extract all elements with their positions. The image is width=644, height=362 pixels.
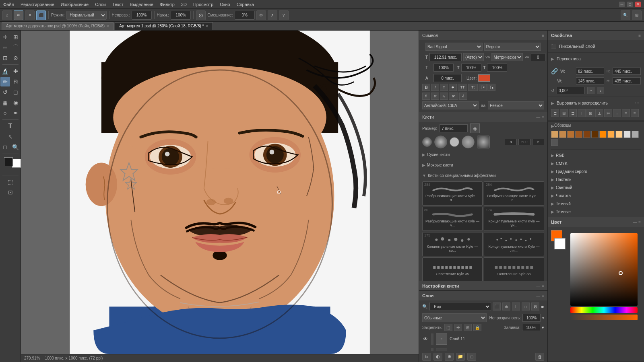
swatch-7[interactable]: [599, 131, 607, 138]
layer-filter-smart-button[interactable]: ⊠: [531, 302, 539, 311]
clone-tool[interactable]: ⎘: [11, 77, 21, 86]
font-size-input[interactable]: [429, 53, 462, 61]
symbol-panel-collapse[interactable]: —: [536, 33, 540, 38]
brush-tool[interactable]: ✏: [0, 77, 10, 86]
align-chevron[interactable]: ▶: [551, 101, 554, 105]
metrics-select[interactable]: Метрически: [491, 53, 523, 61]
blend-mode-select[interactable]: Обычные: [422, 313, 487, 322]
brush-settings-button[interactable]: ⚙: [256, 10, 266, 20]
brushes-panel-collapse[interactable]: —: [536, 115, 540, 119]
align-center-h-button[interactable]: ⊟: [560, 109, 568, 117]
background-color[interactable]: [12, 159, 21, 168]
text-color-swatch[interactable]: [478, 74, 490, 82]
color-panel-menu[interactable]: ≡: [638, 220, 641, 224]
properties-collapse[interactable]: —: [633, 33, 637, 38]
caps-button[interactable]: TT: [458, 84, 467, 91]
color-group-cmyk[interactable]: ▶ CMYK: [551, 159, 641, 167]
anti-alias-select[interactable]: Резкое: [488, 101, 544, 109]
swash-button[interactable]: ∂: [459, 93, 467, 100]
swatch-3[interactable]: [567, 131, 574, 138]
tab-2-close[interactable]: ✕: [205, 24, 208, 28]
width2-input[interactable]: [576, 77, 604, 84]
height2-input[interactable]: [613, 77, 641, 84]
menu-image[interactable]: Изображение: [61, 2, 89, 7]
close-button[interactable]: ✕: [635, 2, 641, 7]
align-more-button[interactable]: ⋯: [634, 99, 641, 107]
move-tool[interactable]: ✛: [0, 32, 10, 42]
swatch-6[interactable]: [591, 131, 599, 138]
lock-pixels-button[interactable]: ⬚: [444, 324, 452, 331]
opacity-input[interactable]: [132, 11, 152, 20]
color-group-pastel[interactable]: ▶ Пастель: [551, 175, 641, 183]
hue-bar[interactable]: [570, 307, 638, 313]
color-group-light[interactable]: ▶ Светлый: [551, 183, 641, 191]
dry-brushes-header[interactable]: ▶ Сухие кисти: [422, 150, 544, 159]
lock-artboard-button[interactable]: ⊞: [464, 324, 472, 331]
swatch-11[interactable]: [632, 131, 639, 138]
oldstyle-button[interactable]: ¹₂: [440, 93, 448, 100]
menu-text[interactable]: Текст: [112, 2, 124, 7]
brush-settings-collapse[interactable]: —: [536, 284, 540, 288]
swatch-8[interactable]: [607, 131, 615, 138]
menu-layers[interactable]: Слои: [95, 2, 106, 7]
special-brush-5[interactable]: 175 Концептуальные кисти Kyle — со...: [422, 232, 483, 256]
wet-brushes-chevron[interactable]: ▶: [422, 163, 425, 167]
menu-file[interactable]: Файл: [3, 2, 14, 7]
swatch-1[interactable]: [551, 131, 558, 138]
foreground-color[interactable]: [4, 157, 13, 166]
menu-filter[interactable]: Фильтр: [160, 2, 175, 7]
brushes-panel-menu[interactable]: ≡: [542, 115, 544, 119]
screen-mode-tool[interactable]: ⊡: [6, 187, 15, 197]
menu-select[interactable]: Выделение: [130, 2, 153, 7]
layer-filter-toggle[interactable]: ●: [541, 303, 544, 310]
special-brush-1[interactable]: 284 Разбрызгивающие кисти Kyle — п...: [422, 181, 483, 206]
layer-row-11[interactable]: 👁 ≈ Слой 11: [419, 332, 547, 346]
gradient-tool[interactable]: ▦: [0, 98, 10, 107]
special-brush-3[interactable]: 80 Разбрызгивающие кисти Kyle — у...: [422, 207, 483, 231]
lasso-tool[interactable]: ⌒: [11, 43, 21, 52]
opacity-arrow[interactable]: ▾: [542, 316, 544, 320]
scale-v-input[interactable]: [461, 64, 481, 72]
brush-hardness-1[interactable]: [505, 139, 517, 145]
angle-input[interactable]: [557, 87, 585, 94]
swatches-chevron[interactable]: ▶: [551, 124, 554, 128]
font-style-select[interactable]: Regular: [484, 43, 541, 51]
color-group-rgb[interactable]: ▶ RGB: [551, 151, 641, 159]
layer-fx-button[interactable]: fx: [422, 353, 431, 361]
layer-mask-button[interactable]: ◐: [433, 353, 442, 361]
align-center-v-button[interactable]: ⊞: [586, 109, 594, 117]
path-select-tool[interactable]: ↖: [6, 132, 15, 142]
brush-settings-menu[interactable]: ≡: [542, 284, 544, 288]
distrib-h-button[interactable]: ⊨: [604, 109, 612, 117]
properties-panel-header[interactable]: Свойства — ≡: [548, 31, 644, 40]
airbrush-button[interactable]: ⊙: [196, 10, 206, 20]
crop-tool[interactable]: ⊡: [0, 53, 10, 63]
superscript-button[interactable]: T²: [479, 84, 487, 91]
blend-mode-select[interactable]: Нормальный: [66, 11, 107, 20]
artboard-tool[interactable]: ⊞: [11, 32, 21, 42]
special-brushes-chevron[interactable]: ▼: [422, 173, 426, 178]
wet-brushes-header[interactable]: ▶ Мокрые кисти: [422, 160, 544, 169]
lock-all-button[interactable]: 🔒: [473, 324, 481, 331]
layer-filter-pixel-button[interactable]: ⬛: [493, 302, 501, 311]
swatch-12[interactable]: [551, 139, 558, 146]
tool-extra-1[interactable]: ∧: [268, 10, 277, 20]
special-brush-6[interactable]: Концептуальные кисти Kyle — ли...: [484, 232, 544, 256]
bold-button[interactable]: B: [422, 84, 430, 91]
color-group-darks[interactable]: ▶ Тёмные: [551, 208, 641, 216]
strikethrough-button[interactable]: T: [449, 84, 457, 91]
layer-filter-text-button[interactable]: T: [512, 302, 520, 311]
swatch-2[interactable]: [559, 131, 566, 138]
brush-preset-button[interactable]: ⬛: [36, 10, 46, 20]
discretionary-button[interactable]: st: [431, 93, 439, 100]
symbol-panel-header[interactable]: Символ — ≡: [419, 31, 547, 40]
tool-extra-2[interactable]: ∨: [279, 10, 289, 20]
tab-1-close[interactable]: ✕: [106, 24, 109, 28]
menu-3d[interactable]: 3D: [181, 2, 187, 7]
layer-filter-shape-button[interactable]: □: [522, 302, 530, 311]
history-brush-tool[interactable]: ↺: [0, 87, 10, 97]
color-gradient-box[interactable]: [570, 233, 638, 306]
align-bottom-button[interactable]: ⊥: [595, 109, 603, 117]
special-brush-2[interactable]: 284 Разбрызгивающие кисти Kyle — п...: [484, 181, 544, 206]
flip-h-button[interactable]: ↔: [587, 87, 594, 94]
